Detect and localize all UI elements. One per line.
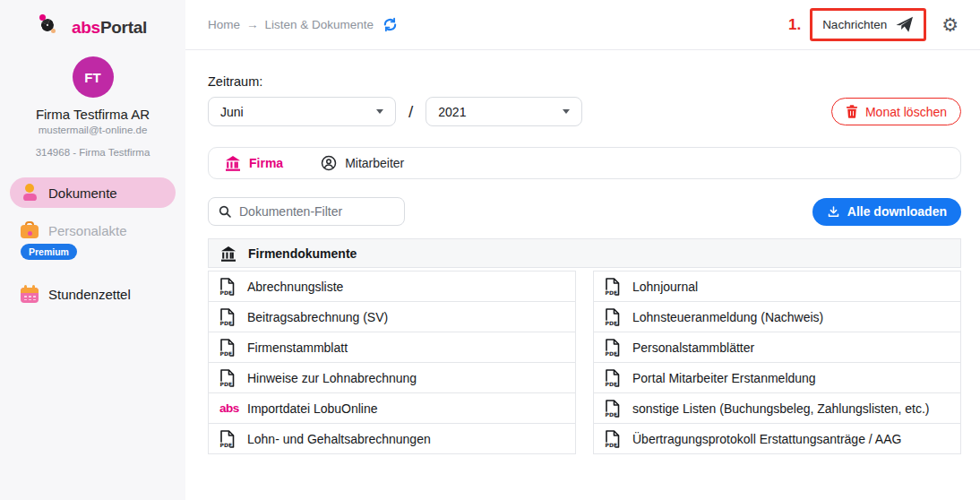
year-select-value: 2021 [438, 105, 466, 119]
bank-icon [225, 155, 241, 171]
company-email: mustermail@t-online.de [0, 125, 185, 135]
document-label: Beitragsabrechnung (SV) [247, 310, 388, 324]
pdf-icon [219, 369, 235, 387]
topbar: Home → Listen & Dokumente 1. Nachrichten [185, 0, 980, 50]
table-header: Firmendokumente [208, 238, 961, 268]
document-row[interactable]: Abrechnungsliste [208, 271, 576, 302]
delete-month-button[interactable]: Monat löschen [831, 98, 961, 125]
document-row[interactable]: Lohnsteueranmeldung (Nachweis) [593, 301, 961, 332]
document-label: Übertragungsprotokoll Erstattungsanträge… [632, 432, 901, 446]
document-label: Abrechnungsliste [247, 280, 343, 294]
year-select[interactable]: 2021 [426, 97, 582, 126]
document-row[interactable]: sonstige Listen (Buchungsbeleg, Zahlungs… [593, 392, 961, 424]
sidebar-item-dokumente[interactable]: Dokumente [10, 177, 176, 208]
pdf-icon [219, 339, 235, 357]
briefcase-icon [21, 221, 39, 239]
person-circle-icon [321, 155, 337, 171]
period-filter-row: Juni / 2021 [208, 97, 961, 126]
document-row[interactable]: Lohn- und Gehaltsabrechnungen [208, 423, 576, 454]
document-row[interactable]: Lohnjournal [593, 271, 961, 302]
tab-firma[interactable]: Firma [225, 155, 283, 171]
avatar: FT [73, 56, 114, 98]
premium-badge: Premium [21, 244, 77, 260]
pdf-icon [219, 430, 235, 448]
document-label: Firmenstammblatt [247, 341, 348, 355]
document-actions-row: Alle downloaden [208, 197, 961, 226]
month-select-value: Juni [220, 105, 244, 119]
entity-tabs: Firma Mitarbeiter [208, 147, 961, 179]
sidebar-item-label: Stundenzettel [48, 287, 131, 302]
document-label: Importdatei LobuOnline [247, 401, 378, 416]
table-title: Firmendokumente [248, 246, 357, 261]
document-row[interactable]: Firmenstammblatt [208, 332, 576, 363]
abs-file-icon: abs [219, 401, 235, 415]
chevron-down-icon [563, 109, 570, 114]
download-icon [827, 205, 840, 219]
app-window: absPortal FT Firma Testfirma AR musterma… [0, 0, 980, 500]
trash-icon [846, 105, 858, 118]
document-row[interactable]: abs Importdatei LobuOnline [208, 392, 576, 424]
sidebar-item-label: Personalakte [48, 223, 127, 238]
annotation-step-number: 1. [788, 16, 801, 34]
document-label: Lohn- und Gehaltsabrechnungen [247, 432, 431, 446]
pdf-icon [605, 308, 620, 326]
sidebar-menu: Dokumente Personalakte Premium Stundenze… [0, 177, 185, 303]
pdf-icon [605, 369, 620, 387]
company-name: Firma Testfirma AR [0, 107, 185, 122]
person-icon [21, 184, 39, 202]
document-label: Hinweise zur Lohnabrechnung [247, 371, 417, 385]
refresh-icon[interactable] [383, 17, 398, 32]
search-icon [218, 204, 232, 219]
document-row[interactable]: Hinweise zur Lohnabrechnung [208, 362, 576, 393]
sidebar-item-stundenzettel[interactable]: Stundenzettel [0, 285, 185, 303]
abs-portal-logo: absPortal [0, 0, 185, 41]
document-label: sonstige Listen (Buchungsbeleg, Zahlungs… [632, 401, 930, 416]
tab-label: Firma [249, 156, 283, 170]
pdf-icon [605, 278, 620, 296]
download-all-button[interactable]: Alle downloaden [812, 198, 961, 226]
logo-icon [39, 14, 65, 41]
breadcrumb-arrow-icon: → [246, 18, 259, 31]
delete-month-label: Monat löschen [865, 105, 947, 119]
tab-label: Mitarbeiter [345, 156, 404, 170]
period-separator: / [408, 102, 413, 122]
company-documents-table: Firmendokumente Abrechnungsliste Beitrag… [208, 238, 961, 454]
document-filter-input[interactable] [239, 204, 401, 219]
document-label: Lohnsteueranmeldung (Nachweis) [632, 310, 823, 324]
breadcrumb-home[interactable]: Home [208, 18, 240, 31]
document-label: Lohnjournal [632, 280, 698, 294]
document-row[interactable]: Beitragsabrechnung (SV) [208, 301, 576, 332]
document-column-left: Abrechnungsliste Beitragsabrechnung (SV)… [208, 271, 576, 454]
sidebar-item-personalakte[interactable]: Personalakte [0, 221, 185, 239]
zeitraum-label: Zeitraum: [208, 74, 961, 89]
paper-plane-icon [895, 16, 914, 33]
document-label: Personalstammblätter [632, 341, 754, 355]
pdf-icon [605, 339, 620, 357]
calendar-icon [21, 285, 39, 303]
tab-mitarbeiter[interactable]: Mitarbeiter [321, 155, 404, 171]
document-row[interactable]: Personalstammblätter [593, 332, 961, 363]
sidebar: absPortal FT Firma Testfirma AR musterma… [0, 0, 185, 500]
document-filter-box [208, 197, 405, 226]
pdf-icon [219, 308, 235, 326]
bank-icon [220, 246, 236, 262]
month-select[interactable]: Juni [208, 97, 396, 126]
document-row[interactable]: Portal Mitarbeiter Erstanmeldung [593, 362, 961, 393]
nachrichten-label: Nachrichten [822, 18, 887, 31]
logo-text: absPortal [72, 18, 147, 38]
pdf-icon [605, 400, 620, 418]
pdf-icon [605, 430, 620, 448]
main-area: Home → Listen & Dokumente 1. Nachrichten [185, 0, 980, 500]
gear-icon[interactable]: ⚙ [941, 15, 959, 34]
breadcrumb-current: Listen & Dokumente [265, 18, 374, 31]
pdf-icon [219, 278, 235, 296]
chevron-down-icon [376, 109, 383, 114]
nachrichten-button[interactable]: Nachrichten [810, 8, 926, 41]
content: Zeitraum: Juni / 2021 [185, 50, 980, 454]
document-row[interactable]: Übertragungsprotokoll Erstattungsanträge… [593, 423, 961, 454]
company-id: 314968 - Firma Testfirma [0, 147, 185, 158]
document-grid: Abrechnungsliste Beitragsabrechnung (SV)… [208, 271, 961, 454]
sidebar-item-label: Dokumente [48, 185, 117, 201]
document-column-right: Lohnjournal Lohnsteueranmeldung (Nachwei… [593, 271, 961, 454]
document-label: Portal Mitarbeiter Erstanmeldung [632, 371, 816, 385]
